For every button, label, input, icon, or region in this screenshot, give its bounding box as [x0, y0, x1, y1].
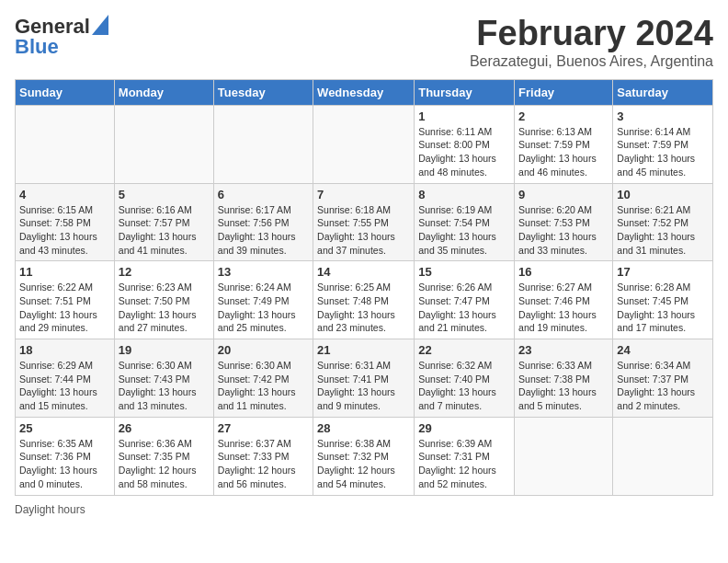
table-row: 13Sunrise: 6:24 AM Sunset: 7:49 PM Dayli…	[213, 261, 313, 339]
day-number: 19	[119, 343, 210, 357]
table-row	[313, 105, 415, 183]
day-number: 10	[617, 188, 709, 201]
col-friday: Friday	[515, 79, 613, 105]
day-info: Sunrise: 6:11 AM Sunset: 8:00 PM Dayligh…	[418, 125, 510, 179]
day-info: Sunrise: 6:27 AM Sunset: 7:46 PM Dayligh…	[518, 281, 609, 335]
day-number: 13	[218, 265, 309, 279]
table-row: 14Sunrise: 6:25 AM Sunset: 7:48 PM Dayli…	[313, 261, 415, 339]
table-row: 16Sunrise: 6:27 AM Sunset: 7:46 PM Dayli…	[515, 261, 613, 339]
table-row: 27Sunrise: 6:37 AM Sunset: 7:33 PM Dayli…	[213, 417, 313, 495]
calendar-table: Sunday Monday Tuesday Wednesday Thursday…	[15, 79, 713, 496]
day-number: 1	[418, 109, 510, 123]
day-number: 12	[119, 265, 210, 279]
logo-blue: Blue	[15, 35, 59, 58]
day-number: 5	[119, 188, 210, 201]
table-row: 2Sunrise: 6:13 AM Sunset: 7:59 PM Daylig…	[515, 105, 613, 183]
col-monday: Monday	[114, 79, 213, 105]
day-info: Sunrise: 6:25 AM Sunset: 7:48 PM Dayligh…	[317, 281, 410, 335]
page-subtitle: Berazategui, Buenos Aires, Argentina	[470, 53, 713, 70]
day-number: 29	[418, 421, 510, 435]
day-info: Sunrise: 6:22 AM Sunset: 7:51 PM Dayligh…	[19, 281, 110, 335]
day-info: Sunrise: 6:17 AM Sunset: 7:56 PM Dayligh…	[218, 203, 309, 258]
day-number: 15	[418, 265, 510, 279]
day-number: 16	[518, 265, 609, 279]
table-row: 7Sunrise: 6:18 AM Sunset: 7:55 PM Daylig…	[313, 183, 415, 261]
day-info: Sunrise: 6:14 AM Sunset: 7:59 PM Dayligh…	[617, 125, 709, 179]
logo-triangle-icon	[92, 15, 108, 35]
calendar-header-row: Sunday Monday Tuesday Wednesday Thursday…	[16, 79, 713, 105]
table-row	[213, 105, 313, 183]
day-info: Sunrise: 6:28 AM Sunset: 7:45 PM Dayligh…	[617, 281, 709, 335]
day-number: 28	[317, 421, 410, 435]
day-info: Sunrise: 6:21 AM Sunset: 7:52 PM Dayligh…	[617, 203, 709, 258]
day-info: Sunrise: 6:34 AM Sunset: 7:37 PM Dayligh…	[617, 359, 709, 413]
table-row	[613, 417, 713, 495]
day-info: Sunrise: 6:35 AM Sunset: 7:36 PM Dayligh…	[19, 437, 110, 491]
calendar-week-row: 11Sunrise: 6:22 AM Sunset: 7:51 PM Dayli…	[16, 261, 713, 339]
footer-note: Daylight hours	[15, 503, 713, 516]
day-number: 18	[19, 343, 110, 357]
day-number: 8	[418, 188, 510, 201]
table-row: 1Sunrise: 6:11 AM Sunset: 8:00 PM Daylig…	[415, 105, 515, 183]
day-number: 20	[218, 343, 309, 357]
day-number: 26	[119, 421, 210, 435]
table-row: 29Sunrise: 6:39 AM Sunset: 7:31 PM Dayli…	[415, 417, 515, 495]
day-info: Sunrise: 6:18 AM Sunset: 7:55 PM Dayligh…	[317, 203, 410, 258]
day-info: Sunrise: 6:24 AM Sunset: 7:49 PM Dayligh…	[218, 281, 309, 335]
table-row: 10Sunrise: 6:21 AM Sunset: 7:52 PM Dayli…	[613, 183, 713, 261]
day-number: 21	[317, 343, 410, 357]
day-info: Sunrise: 6:13 AM Sunset: 7:59 PM Dayligh…	[518, 125, 609, 179]
table-row: 26Sunrise: 6:36 AM Sunset: 7:35 PM Dayli…	[114, 417, 213, 495]
col-thursday: Thursday	[415, 79, 515, 105]
col-wednesday: Wednesday	[313, 79, 415, 105]
table-row: 25Sunrise: 6:35 AM Sunset: 7:36 PM Dayli…	[16, 417, 115, 495]
calendar-week-row: 18Sunrise: 6:29 AM Sunset: 7:44 PM Dayli…	[16, 339, 713, 418]
day-info: Sunrise: 6:16 AM Sunset: 7:57 PM Dayligh…	[119, 203, 210, 258]
table-row: 19Sunrise: 6:30 AM Sunset: 7:43 PM Dayli…	[114, 339, 213, 418]
table-row	[114, 105, 213, 183]
day-number: 27	[218, 421, 309, 435]
table-row: 17Sunrise: 6:28 AM Sunset: 7:45 PM Dayli…	[613, 261, 713, 339]
table-row: 18Sunrise: 6:29 AM Sunset: 7:44 PM Dayli…	[16, 339, 115, 418]
day-info: Sunrise: 6:30 AM Sunset: 7:43 PM Dayligh…	[119, 359, 210, 413]
calendar-week-row: 25Sunrise: 6:35 AM Sunset: 7:36 PM Dayli…	[16, 417, 713, 495]
day-info: Sunrise: 6:26 AM Sunset: 7:47 PM Dayligh…	[418, 281, 510, 335]
day-info: Sunrise: 6:33 AM Sunset: 7:38 PM Dayligh…	[518, 359, 609, 413]
day-info: Sunrise: 6:36 AM Sunset: 7:35 PM Dayligh…	[119, 437, 210, 491]
logo: General Blue	[15, 15, 108, 59]
day-info: Sunrise: 6:23 AM Sunset: 7:50 PM Dayligh…	[119, 281, 210, 335]
day-number: 3	[617, 109, 709, 123]
table-row: 21Sunrise: 6:31 AM Sunset: 7:41 PM Dayli…	[313, 339, 415, 418]
day-number: 14	[317, 265, 410, 279]
table-row: 8Sunrise: 6:19 AM Sunset: 7:54 PM Daylig…	[415, 183, 515, 261]
table-row	[515, 417, 613, 495]
calendar-week-row: 4Sunrise: 6:15 AM Sunset: 7:58 PM Daylig…	[16, 183, 713, 261]
table-row: 23Sunrise: 6:33 AM Sunset: 7:38 PM Dayli…	[515, 339, 613, 418]
table-row: 4Sunrise: 6:15 AM Sunset: 7:58 PM Daylig…	[16, 183, 115, 261]
day-info: Sunrise: 6:39 AM Sunset: 7:31 PM Dayligh…	[418, 437, 510, 491]
table-row: 15Sunrise: 6:26 AM Sunset: 7:47 PM Dayli…	[415, 261, 515, 339]
table-row	[16, 105, 115, 183]
day-number: 2	[518, 109, 609, 123]
daylight-label: Daylight hours	[15, 503, 85, 516]
table-row: 3Sunrise: 6:14 AM Sunset: 7:59 PM Daylig…	[613, 105, 713, 183]
day-number: 4	[19, 188, 110, 201]
table-row: 28Sunrise: 6:38 AM Sunset: 7:32 PM Dayli…	[313, 417, 415, 495]
page-title: February 2024	[470, 15, 713, 53]
table-row: 9Sunrise: 6:20 AM Sunset: 7:53 PM Daylig…	[515, 183, 613, 261]
day-info: Sunrise: 6:19 AM Sunset: 7:54 PM Dayligh…	[418, 203, 510, 258]
table-row: 20Sunrise: 6:30 AM Sunset: 7:42 PM Dayli…	[213, 339, 313, 418]
title-area: February 2024 Berazategui, Buenos Aires,…	[470, 15, 713, 70]
svg-marker-0	[92, 15, 108, 35]
day-number: 6	[218, 188, 309, 201]
table-row: 22Sunrise: 6:32 AM Sunset: 7:40 PM Dayli…	[415, 339, 515, 418]
day-number: 11	[19, 265, 110, 279]
day-info: Sunrise: 6:31 AM Sunset: 7:41 PM Dayligh…	[317, 359, 410, 413]
col-sunday: Sunday	[16, 79, 115, 105]
day-info: Sunrise: 6:15 AM Sunset: 7:58 PM Dayligh…	[19, 203, 110, 258]
day-info: Sunrise: 6:30 AM Sunset: 7:42 PM Dayligh…	[218, 359, 309, 413]
table-row: 11Sunrise: 6:22 AM Sunset: 7:51 PM Dayli…	[16, 261, 115, 339]
calendar-week-row: 1Sunrise: 6:11 AM Sunset: 8:00 PM Daylig…	[16, 105, 713, 183]
day-info: Sunrise: 6:38 AM Sunset: 7:32 PM Dayligh…	[317, 437, 410, 491]
col-tuesday: Tuesday	[213, 79, 313, 105]
